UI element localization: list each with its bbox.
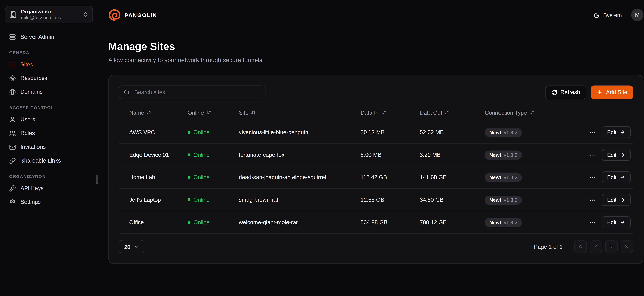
cell-actions: Edit bbox=[579, 149, 633, 161]
sidebar: Organization milo@fossorial.io's ... Ser… bbox=[0, 0, 98, 296]
search-input[interactable] bbox=[134, 89, 260, 96]
waypoints-icon bbox=[9, 75, 16, 82]
column-header-connection-type: Connection Type bbox=[479, 109, 579, 116]
sidebar-item-domains[interactable]: Domains bbox=[5, 85, 93, 99]
last-page-button[interactable] bbox=[620, 240, 633, 253]
cell-online: Online bbox=[182, 219, 233, 226]
toolbar-actions: Refresh Add Site bbox=[545, 86, 633, 99]
page-size-value: 20 bbox=[124, 244, 130, 250]
row-menu-button[interactable] bbox=[587, 172, 598, 183]
row-menu-button[interactable] bbox=[587, 127, 598, 138]
edit-button[interactable]: Edit bbox=[602, 216, 630, 228]
cell-data-out: 141.68 GB bbox=[414, 174, 479, 180]
next-page-button[interactable] bbox=[605, 240, 618, 253]
cell-data-out: 3.20 MB bbox=[414, 152, 479, 158]
sort-data-in[interactable]: Data In bbox=[360, 109, 386, 116]
add-site-button[interactable]: Add Site bbox=[590, 86, 633, 99]
sidebar-item-label: Shareable Links bbox=[20, 158, 61, 164]
moon-icon bbox=[594, 12, 600, 18]
edit-button[interactable]: Edit bbox=[602, 194, 630, 206]
sidebar-item-label: Domains bbox=[20, 89, 43, 95]
table-row: Jeff's Laptop Online smug-brown-rat 12.6… bbox=[119, 189, 633, 211]
cell-data-in: 12.65 GB bbox=[355, 197, 414, 203]
cell-site: welcome-giant-mole-rat bbox=[233, 219, 355, 226]
page-content: Manage Sites Allow connectivity to your … bbox=[98, 30, 644, 264]
previous-page-button[interactable] bbox=[590, 240, 602, 253]
sidebar-item-roles[interactable]: Roles bbox=[5, 126, 93, 140]
cell-name: Jeff's Laptop bbox=[119, 197, 182, 203]
page-size-select[interactable]: 20 bbox=[119, 240, 144, 254]
cell-actions: Edit bbox=[579, 171, 633, 184]
sidebar-item-server-admin[interactable]: Server Admin bbox=[5, 30, 93, 44]
row-menu-button[interactable] bbox=[587, 150, 598, 160]
sidebar-item-shareable-links[interactable]: Shareable Links bbox=[5, 154, 93, 168]
cell-data-out: 34.80 GB bbox=[414, 197, 479, 203]
org-switcher[interactable]: Organization milo@fossorial.io's ... bbox=[5, 6, 93, 23]
sidebar-scrollbar-thumb[interactable] bbox=[96, 175, 98, 184]
topbar: PANGOLIN System M bbox=[98, 0, 644, 30]
cell-data-in: 5.00 MB bbox=[355, 152, 414, 158]
edit-button[interactable]: Edit bbox=[602, 149, 630, 161]
chevron-left-icon bbox=[593, 244, 599, 250]
sidebar-item-invitations[interactable]: Invitations bbox=[5, 140, 93, 154]
sidebar-item-label: API Keys bbox=[20, 185, 44, 192]
building-icon bbox=[10, 11, 17, 18]
section-label-general: GENERAL bbox=[9, 50, 89, 55]
app: Organization milo@fossorial.io's ... Ser… bbox=[0, 0, 644, 296]
row-menu-button[interactable] bbox=[587, 194, 598, 205]
cell-data-out: 52.02 MB bbox=[414, 129, 479, 136]
cell-data-in: 534.98 GB bbox=[355, 219, 414, 226]
refresh-label: Refresh bbox=[560, 89, 580, 96]
topbar-right: System M bbox=[594, 9, 644, 21]
cell-data-out: 780.12 GB bbox=[414, 219, 479, 226]
online-status-dot bbox=[188, 176, 190, 179]
online-status-dot bbox=[188, 221, 190, 224]
connection-type-badge: Newtv1.3.2 bbox=[485, 218, 522, 227]
online-status-label: Online bbox=[194, 197, 210, 203]
first-page-button[interactable] bbox=[574, 240, 587, 253]
chevrons-up-down-icon bbox=[82, 12, 88, 18]
arrow-right-icon bbox=[620, 152, 625, 158]
cell-actions: Edit bbox=[579, 126, 633, 138]
edit-button[interactable]: Edit bbox=[602, 126, 630, 138]
grid-icon bbox=[9, 61, 16, 68]
sort-data-out[interactable]: Data Out bbox=[420, 109, 450, 116]
org-switcher-text: Organization milo@fossorial.io's ... bbox=[21, 9, 79, 20]
sidebar-item-users[interactable]: Users bbox=[5, 112, 93, 126]
table-footer: 20 Page 1 of 1 bbox=[119, 240, 633, 254]
cell-connection-type: Newtv1.3.2 bbox=[479, 195, 579, 204]
table-row: AWS VPC Online vivacious-little-blue-pen… bbox=[119, 121, 633, 144]
table-row: Office Online welcome-giant-mole-rat 534… bbox=[119, 211, 633, 234]
sidebar-item-sites[interactable]: Sites bbox=[5, 58, 93, 71]
theme-toggle-button[interactable]: System bbox=[594, 12, 622, 18]
globe-icon bbox=[9, 88, 16, 95]
mail-icon bbox=[9, 144, 16, 150]
edit-button[interactable]: Edit bbox=[602, 171, 630, 184]
main-area: PANGOLIN System M Manage Sites Allow con… bbox=[98, 0, 644, 296]
sidebar-item-api-keys[interactable]: API Keys bbox=[5, 181, 93, 195]
chevrons-right-icon bbox=[624, 244, 630, 250]
refresh-button[interactable]: Refresh bbox=[545, 86, 586, 99]
column-header-data-out: Data Out bbox=[414, 109, 479, 116]
sort-site[interactable]: Site bbox=[239, 109, 256, 116]
plus-icon bbox=[596, 89, 603, 96]
sites-panel: Refresh Add Site Name Online Site Data I… bbox=[108, 75, 644, 264]
sidebar-item-settings[interactable]: Settings bbox=[5, 195, 93, 209]
sort-online[interactable]: Online bbox=[188, 109, 211, 116]
user-avatar[interactable]: M bbox=[631, 9, 644, 21]
server-icon bbox=[9, 34, 16, 40]
table-header-row: Name Online Site Data In Data Out Connec… bbox=[119, 104, 633, 121]
sort-icon bbox=[445, 110, 450, 115]
cell-actions: Edit bbox=[579, 216, 633, 228]
sort-icon bbox=[147, 110, 152, 115]
row-menu-button[interactable] bbox=[587, 217, 598, 228]
online-status-label: Online bbox=[194, 129, 210, 136]
search-box bbox=[119, 86, 266, 99]
sort-name[interactable]: Name bbox=[129, 109, 152, 116]
sort-icon bbox=[206, 110, 211, 115]
sidebar-item-label: Resources bbox=[20, 75, 48, 81]
sort-connection-type[interactable]: Connection Type bbox=[485, 109, 534, 116]
sidebar-item-resources[interactable]: Resources bbox=[5, 71, 93, 85]
chevrons-left-icon bbox=[578, 244, 584, 250]
cell-site: fortunate-cape-fox bbox=[233, 152, 355, 158]
